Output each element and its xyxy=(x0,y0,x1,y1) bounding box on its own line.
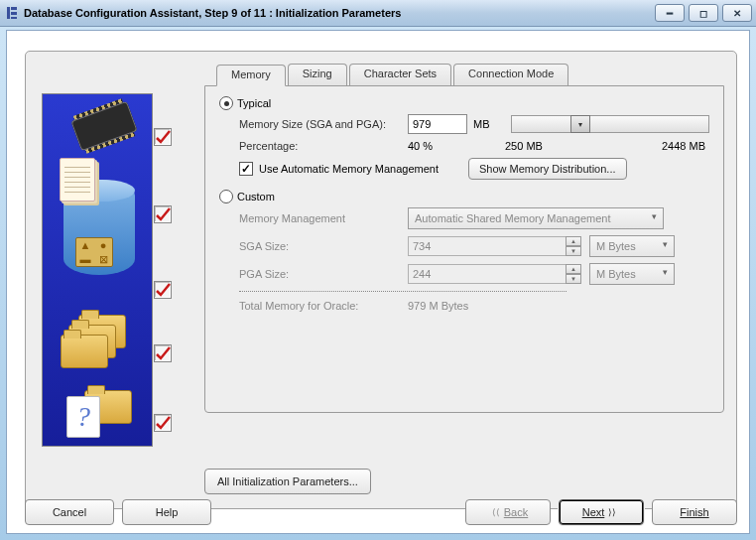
wizard-step-check-2 xyxy=(154,205,172,223)
app-icon xyxy=(4,5,20,21)
memory-size-unit: MB xyxy=(473,118,501,130)
svg-rect-3 xyxy=(11,17,17,19)
window-title: Database Configuration Assistant, Step 9… xyxy=(24,7,655,19)
next-button[interactable]: Next ⟩⟩ xyxy=(559,499,644,525)
finish-button[interactable]: Finish xyxy=(652,499,737,525)
content-frame: ▲● ▬⊠ xyxy=(25,51,737,509)
memory-size-input[interactable]: 979 xyxy=(408,114,467,134)
question-sheet-icon: ? xyxy=(66,396,100,438)
wizard-step-icon-1 xyxy=(70,101,137,152)
back-button[interactable]: ⟨⟨ Back xyxy=(465,499,551,525)
separator-line xyxy=(239,291,567,292)
sga-spin-buttons: ▲▼ xyxy=(566,236,581,256)
percentage-label: Percentage: xyxy=(239,140,408,152)
slider-min: 250 MB xyxy=(505,140,543,152)
wizard-step-check-4 xyxy=(154,344,172,362)
slider-max: 2448 MB xyxy=(662,140,705,152)
sga-size-input: 734 xyxy=(408,236,567,256)
tab-charsets[interactable]: Character Sets xyxy=(349,64,451,85)
pga-size-label: PGA Size: xyxy=(239,268,408,280)
pga-spin-buttons: ▲▼ xyxy=(566,264,581,284)
typical-label: Typical xyxy=(237,97,271,109)
wizard-sidebar: ▲● ▬⊠ xyxy=(42,93,153,447)
help-button[interactable]: Help xyxy=(122,499,211,525)
minimize-button[interactable]: ━ xyxy=(655,4,685,22)
wizard-step-check-5 xyxy=(154,414,172,432)
all-init-params-button[interactable]: All Initialization Parameters... xyxy=(204,469,371,494)
footer: Cancel Help ⟨⟨ Back Next ⟩⟩ Finish xyxy=(25,499,737,525)
cancel-button[interactable]: Cancel xyxy=(25,499,114,525)
tab-body-memory: Typical Memory Size (SGA and PGA): 979 M… xyxy=(204,85,724,413)
wizard-step-check-3 xyxy=(154,281,172,299)
radio-typical[interactable] xyxy=(219,96,233,110)
pga-unit-select: M Bytes xyxy=(589,263,675,285)
close-button[interactable]: ✕ xyxy=(722,4,752,22)
main-panel: Memory Sizing Character Sets Connection … xyxy=(204,64,724,465)
storage-panel-icon: ▲● ▬⊠ xyxy=(75,237,113,267)
wizard-step-check-1 xyxy=(154,128,172,146)
documents-icon xyxy=(60,158,95,202)
auto-memory-label: Use Automatic Memory Management xyxy=(259,163,439,175)
total-memory-value: 979 M Bytes xyxy=(408,300,468,312)
show-memory-distribution-button[interactable]: Show Memory Distribution... xyxy=(468,158,627,180)
percentage-value: 40 % xyxy=(408,140,491,152)
svg-rect-0 xyxy=(7,7,10,19)
titlebar: Database Configuration Assistant, Step 9… xyxy=(0,0,756,27)
pga-size-input: 244 xyxy=(408,264,567,284)
sga-unit-select: M Bytes xyxy=(589,235,675,257)
folders-icon xyxy=(61,315,130,370)
tab-sizing[interactable]: Sizing xyxy=(288,64,347,85)
svg-rect-1 xyxy=(11,7,17,10)
maximize-button[interactable]: ◻ xyxy=(689,4,718,22)
radio-custom[interactable] xyxy=(219,190,233,203)
memory-management-select: Automatic Shared Memory Management xyxy=(408,207,664,229)
slider-thumb[interactable] xyxy=(570,115,590,133)
custom-label: Custom xyxy=(237,191,275,202)
memory-management-label: Memory Management xyxy=(239,212,408,224)
memory-size-slider[interactable] xyxy=(511,115,709,133)
wizard-step-icon-db: ▲● ▬⊠ xyxy=(63,180,135,275)
sga-size-label: SGA Size: xyxy=(239,240,408,252)
window-body: ▲● ▬⊠ xyxy=(6,30,750,534)
svg-rect-2 xyxy=(11,12,17,15)
memory-size-label: Memory Size (SGA and PGA): xyxy=(239,118,408,130)
auto-memory-checkbox[interactable] xyxy=(239,162,253,176)
tab-memory[interactable]: Memory xyxy=(216,65,286,86)
tab-connmode[interactable]: Connection Mode xyxy=(453,64,568,85)
tabs: Memory Sizing Character Sets Connection … xyxy=(216,64,724,85)
total-memory-label: Total Memory for Oracle: xyxy=(239,300,408,312)
